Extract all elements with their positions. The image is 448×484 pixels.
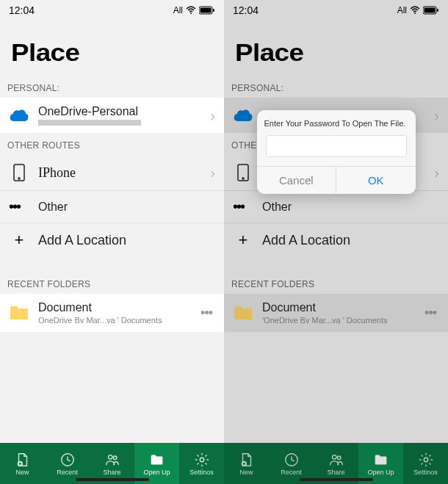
clock-icon — [59, 452, 76, 468]
cancel-button[interactable]: Cancel — [257, 167, 337, 194]
people-icon — [104, 452, 120, 468]
svg-point-10 — [200, 458, 204, 462]
status-bar: 12:04 All — [0, 0, 224, 18]
dialog-buttons: Cancel OK — [257, 166, 416, 194]
other-title: Other — [38, 201, 68, 214]
content-area: Place PERSONAL: OneDrive-Personal › OTHE… — [0, 18, 224, 443]
folder-open-icon — [373, 452, 389, 468]
iphone-title: IPhone — [38, 165, 201, 181]
password-dialog: Enter Your Password To Open The File. Ca… — [257, 110, 416, 194]
tab-settings[interactable]: Settinos — [179, 443, 224, 484]
tab-settings-label: Settinos — [189, 469, 214, 476]
wifi-icon — [410, 6, 420, 15]
cloud-icon — [9, 105, 29, 126]
plus-icon: + — [233, 231, 253, 250]
svg-rect-14 — [437, 9, 438, 12]
svg-point-8 — [108, 455, 112, 459]
folder-icon — [9, 303, 29, 323]
onedrive-sub-placeholder — [38, 120, 141, 126]
tab-share-label: Share — [103, 469, 120, 476]
status-bar: 12:04 All — [224, 0, 448, 18]
cloud-icon — [233, 105, 253, 126]
section-routes: OTHER ROUTES — [0, 133, 224, 155]
svg-rect-13 — [424, 8, 436, 13]
ok-button[interactable]: OK — [336, 167, 416, 194]
phone-icon — [9, 162, 29, 183]
chevron-right-icon: › — [210, 165, 215, 181]
recent-title: Document — [262, 301, 413, 314]
dots-icon: ••• — [9, 198, 29, 215]
recent-body: Document 'OneDrive Bv Mar...va ' Documen… — [262, 301, 413, 325]
section-recent: RECENT FOLDERS — [0, 272, 224, 294]
more-icon: ••• — [422, 306, 439, 321]
svg-point-20 — [337, 455, 341, 459]
tab-settings-label: Settinos — [413, 469, 438, 476]
tab-open-label: Open Up — [367, 469, 394, 476]
tab-settings: Settinos — [403, 443, 448, 484]
new-icon — [15, 452, 31, 468]
dialog-message: Enter Your Password To Open The File. — [257, 110, 416, 135]
tab-new: New — [224, 443, 269, 484]
tab-recent-label: Recent — [57, 469, 78, 476]
clock-icon — [283, 452, 300, 468]
svg-rect-3 — [213, 9, 214, 12]
section-personal: PERSONAL: — [0, 76, 224, 98]
onedrive-row[interactable]: OneDrive-Personal › — [0, 98, 224, 133]
tab-new[interactable]: New — [0, 443, 45, 484]
phone-icon — [233, 162, 253, 183]
tab-new-label: New — [239, 469, 253, 476]
tab-recent-label: Recent — [281, 469, 302, 476]
section-recent: RECENT FOLDERS — [224, 272, 448, 294]
plus-icon: + — [9, 231, 29, 250]
chevron-right-icon: › — [210, 107, 215, 124]
page-title: Place — [0, 18, 242, 76]
screen-left: 12:04 All Place PERSONAL: OneDrive-Perso… — [0, 0, 224, 484]
other-row[interactable]: ••• Other — [0, 191, 224, 223]
recent-body: Document OneDrive Bv Mar...va ' Document… — [38, 301, 189, 325]
add-location-row: + Add A Location — [224, 223, 448, 257]
battery-icon — [199, 6, 215, 15]
svg-point-0 — [190, 12, 192, 14]
more-icon[interactable]: ••• — [198, 306, 215, 321]
recent-folder-row: Document 'OneDrive Bv Mar...va ' Documen… — [224, 294, 448, 332]
home-indicator — [300, 478, 373, 481]
wifi-icon — [186, 6, 196, 15]
network-label: All — [173, 5, 183, 15]
iphone-body: IPhone — [38, 165, 201, 181]
people-icon — [328, 452, 344, 468]
tab-open-label: Open Up — [143, 469, 170, 476]
chevron-right-icon: › — [434, 165, 439, 181]
gear-icon — [418, 452, 434, 468]
status-right: All — [173, 5, 215, 15]
new-icon — [239, 452, 255, 468]
iphone-row[interactable]: IPhone › — [0, 155, 224, 191]
recent-path: OneDrive Bv Mar...va ' Documents — [38, 316, 189, 325]
svg-point-9 — [113, 455, 117, 459]
add-location-title: Add A Location — [38, 233, 126, 248]
status-right: All — [397, 5, 439, 15]
folder-open-icon — [149, 452, 165, 468]
tab-new-label: New — [15, 469, 29, 476]
svg-point-21 — [424, 458, 428, 462]
recent-title: Document — [38, 301, 189, 314]
dots-icon: ••• — [233, 198, 253, 215]
add-location-title: Add A Location — [262, 233, 350, 248]
onedrive-title: OneDrive-Personal — [38, 105, 201, 118]
svg-rect-2 — [200, 8, 212, 13]
battery-icon — [423, 6, 439, 15]
screen-right: 12:04 All Place PERSONAL: › OTHER › ••• — [224, 0, 448, 484]
recent-folder-row[interactable]: Document OneDrive Bv Mar...va ' Document… — [0, 294, 224, 332]
page-title: Place — [224, 18, 448, 76]
status-time: 12:04 — [9, 4, 35, 16]
home-indicator — [76, 478, 149, 481]
other-row: ••• Other — [224, 191, 448, 223]
svg-point-11 — [414, 12, 416, 14]
tab-share-label: Share — [327, 469, 344, 476]
add-location-row[interactable]: + Add A Location — [0, 223, 224, 257]
network-label: All — [397, 5, 407, 15]
other-title: Other — [262, 201, 292, 214]
password-input[interactable] — [266, 135, 407, 157]
onedrive-body: OneDrive-Personal — [38, 105, 201, 126]
chevron-right-icon: › — [434, 107, 439, 124]
gear-icon — [194, 452, 210, 468]
